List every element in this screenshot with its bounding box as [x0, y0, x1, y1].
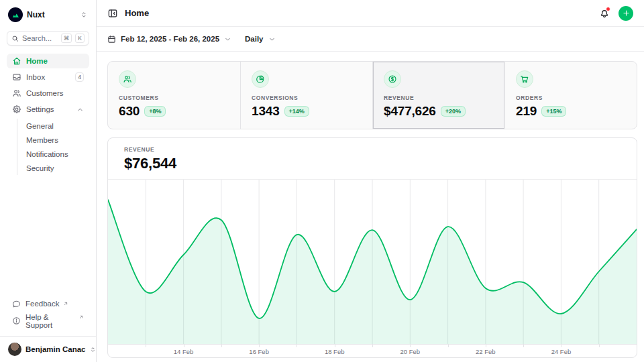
revenue-area-chart[interactable]: [108, 180, 637, 344]
notifications-button[interactable]: [599, 8, 610, 19]
x-axis-tick: [297, 345, 297, 347]
revenue-chart-card: REVENUE $76,544 14 Feb16 Feb18 Feb20 Feb…: [107, 137, 637, 358]
sidebar-subitem-security[interactable]: Security: [17, 161, 89, 175]
chart-value: $76,544: [124, 155, 621, 172]
x-axis-tick: [410, 345, 411, 347]
stat-label: CONVERSIONS: [252, 95, 362, 101]
chart-header: REVENUE $76,544: [108, 138, 637, 180]
sidebar-item-label: Customers: [26, 89, 64, 97]
stat-card-orders[interactable]: ORDERS219+15%: [504, 62, 637, 129]
sidebar-item-label: Home: [26, 57, 48, 65]
x-axis-label: 24 Feb: [551, 348, 572, 355]
stat-label: ORDERS: [516, 95, 626, 101]
stat-value: $477,626: [384, 104, 436, 119]
sidebar-link-feedback[interactable]: Feedback: [7, 297, 89, 310]
chart-pie-icon: [252, 70, 269, 88]
sidebar-item-home[interactable]: Home: [7, 54, 89, 68]
x-axis-label: 20 Feb: [400, 348, 420, 355]
sidebar-footer-links: FeedbackHelp & Support: [7, 297, 89, 331]
sidebar-subitem-members[interactable]: Members: [17, 133, 89, 147]
inbox-count-badge: 4: [75, 72, 84, 82]
x-axis-tick: [146, 345, 146, 347]
x-axis-tick: [561, 345, 561, 347]
search-input[interactable]: Search... ⌘ K: [7, 31, 89, 46]
nuxt-logo-icon: [8, 7, 23, 22]
x-axis-tick: [259, 345, 260, 347]
period-select[interactable]: Daily: [245, 35, 276, 43]
sidebar-item-label: Inbox: [26, 73, 45, 81]
sidebar-item-inbox[interactable]: Inbox4: [7, 70, 89, 84]
x-axis-tick: [599, 345, 600, 347]
stat-card-customers[interactable]: CUSTOMERS630+8%: [108, 62, 240, 129]
stat-delta-badge: +15%: [541, 106, 566, 117]
users-icon: [12, 88, 21, 98]
main-area: Home Feb 12, 2025 - Feb 26, 2025 Daily C…: [97, 0, 644, 362]
x-axis-tick: [372, 345, 373, 347]
x-axis-tick: [335, 345, 335, 347]
home-icon: [12, 56, 21, 66]
footer-link-label: Feedback: [25, 300, 60, 308]
stat-card-conversions[interactable]: CONVERSIONS1343+14%: [240, 62, 372, 129]
sidebar-collapse-button[interactable]: [107, 8, 118, 19]
stat-delta-badge: +20%: [441, 106, 466, 117]
stat-value: 630: [119, 104, 140, 119]
chart-title: REVENUE: [124, 146, 621, 153]
shopping-cart-icon: [516, 70, 533, 88]
sidebar-subitem-general[interactable]: General: [17, 119, 89, 133]
avatar: [8, 343, 21, 356]
page-title: Home: [125, 8, 149, 18]
calendar-icon: [107, 35, 116, 44]
date-range-label: Feb 12, 2025 - Feb 26, 2025: [121, 35, 219, 43]
sidebar: Nuxt Search... ⌘ K HomeInbox4CustomersSe…: [0, 0, 97, 362]
sidebar-divider: [0, 336, 96, 337]
users-icon: [119, 70, 136, 88]
sidebar-subitem-label: Members: [26, 136, 58, 144]
sidebar-subitem-notifications[interactable]: Notifications: [17, 147, 89, 161]
sidebar-subitem-label: General: [26, 122, 54, 130]
search-icon: [11, 35, 19, 42]
x-axis-label: 16 Feb: [249, 348, 269, 355]
chevron-down-icon: [224, 36, 231, 43]
inbox-icon: [12, 72, 21, 82]
currency-dollar-icon: [384, 70, 401, 88]
stat-card-revenue[interactable]: REVENUE$477,626+20%: [372, 62, 504, 129]
x-axis-label: 22 Feb: [476, 348, 496, 355]
stat-label: CUSTOMERS: [119, 95, 229, 101]
stat-value: 1343: [252, 104, 280, 119]
notification-dot: [606, 7, 610, 11]
footer-link-label: Help & Support: [25, 313, 75, 329]
chat-bubble-icon: [12, 300, 21, 308]
external-link-icon: [63, 301, 68, 306]
x-axis-tick: [221, 345, 222, 347]
sidebar-sublist-settings: GeneralMembersNotificationsSecurity: [17, 119, 89, 175]
search-placeholder: Search...: [22, 34, 58, 42]
sidebar-item-label: Settings: [26, 105, 54, 113]
stat-value: 219: [516, 104, 537, 119]
user-menu[interactable]: Benjamin Canac: [7, 341, 89, 357]
date-range-button[interactable]: Feb 12, 2025 - Feb 26, 2025: [107, 35, 231, 44]
kbd-cmd: ⌘: [61, 34, 72, 43]
stat-label: REVENUE: [384, 95, 494, 101]
workspace-switcher[interactable]: Nuxt: [7, 5, 89, 24]
sidebar-subitem-label: Notifications: [26, 150, 68, 158]
x-axis-tick: [523, 345, 524, 347]
revenue-area-svg: [108, 180, 637, 344]
add-button[interactable]: [619, 6, 633, 21]
sidebar-item-settings[interactable]: Settings: [7, 102, 89, 117]
x-axis-label: 18 Feb: [325, 348, 345, 355]
sidebar-item-customers[interactable]: Customers: [7, 86, 89, 101]
chevron-up-icon: [76, 106, 84, 113]
plus-icon: [622, 9, 631, 17]
chevron-down-icon: [268, 36, 276, 43]
sidebar-nav: HomeInbox4CustomersSettingsGeneralMember…: [7, 54, 89, 176]
sidebar-footer: FeedbackHelp & Support Benjamin Canac: [7, 297, 89, 357]
sidebar-link-help-support[interactable]: Help & Support: [7, 310, 89, 331]
external-link-icon: [78, 314, 84, 320]
period-label: Daily: [245, 35, 264, 43]
x-axis-tick: [448, 345, 449, 347]
main-header: Home: [97, 0, 644, 27]
chevrons-up-down-icon: [80, 11, 88, 19]
workspace-name: Nuxt: [27, 10, 45, 19]
sidebar-subitem-label: Security: [26, 164, 54, 172]
gear-icon: [12, 105, 21, 114]
